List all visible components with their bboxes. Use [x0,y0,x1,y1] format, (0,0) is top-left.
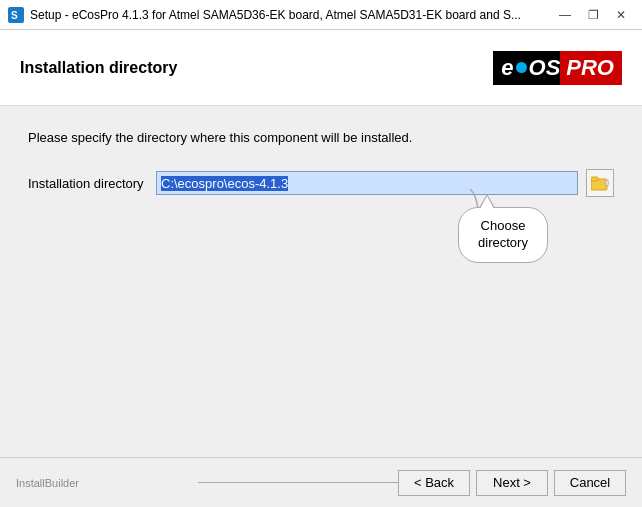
description-text: Please specify the directory where this … [28,130,614,145]
logo-dot [516,62,527,73]
directory-label: Installation directory [28,176,148,191]
cancel-button[interactable]: Cancel [554,470,626,496]
footer-divider-line [198,482,398,483]
callout-area: Choose directory [28,197,614,277]
browse-button[interactable] [586,169,614,197]
header-section: Installation directory e OS PRO [0,30,642,106]
footer: InstallBuilder < Back Next > Cancel [0,457,642,507]
logo: e OS PRO [493,44,622,92]
logo-pro-part: PRO [560,51,622,85]
callout-bubble: Choose directory [458,207,548,263]
restore-button[interactable]: ❐ [580,5,606,25]
svg-text:S: S [11,10,18,21]
minimize-button[interactable]: — [552,5,578,25]
directory-input[interactable] [156,171,578,195]
title-bar-left: S Setup - eCosPro 4.1.3 for Atmel SAMA5D… [8,7,521,23]
title-text: Setup - eCosPro 4.1.3 for Atmel SAMA5D36… [30,8,521,22]
close-button[interactable]: ✕ [608,5,634,25]
back-button[interactable]: < Back [398,470,470,496]
form-row: Installation directory [28,169,614,197]
logo-ecos-part: e OS [493,51,560,85]
logo-e-letter: e [501,55,513,81]
content-area: Please specify the directory where this … [0,106,642,457]
installer-window: S Setup - eCosPro 4.1.3 for Atmel SAMA5D… [0,0,642,507]
page-title: Installation directory [20,59,177,77]
svg-rect-3 [591,177,598,181]
folder-icon [591,175,609,191]
callout-wrapper: Choose directory [458,207,548,263]
logo-pro-text: PRO [566,55,614,81]
footer-brand-text: InstallBuilder [16,477,194,489]
title-controls: — ❐ ✕ [552,5,634,25]
setup-icon: S [8,7,24,23]
footer-brand-area: InstallBuilder [16,477,398,489]
callout-text-line2: directory [478,235,528,250]
next-button[interactable]: Next > [476,470,548,496]
callout-text-line1: Choose [481,218,526,233]
title-bar: S Setup - eCosPro 4.1.3 for Atmel SAMA5D… [0,0,642,30]
logo-cos-text: OS [529,55,561,81]
footer-buttons: < Back Next > Cancel [398,470,626,496]
